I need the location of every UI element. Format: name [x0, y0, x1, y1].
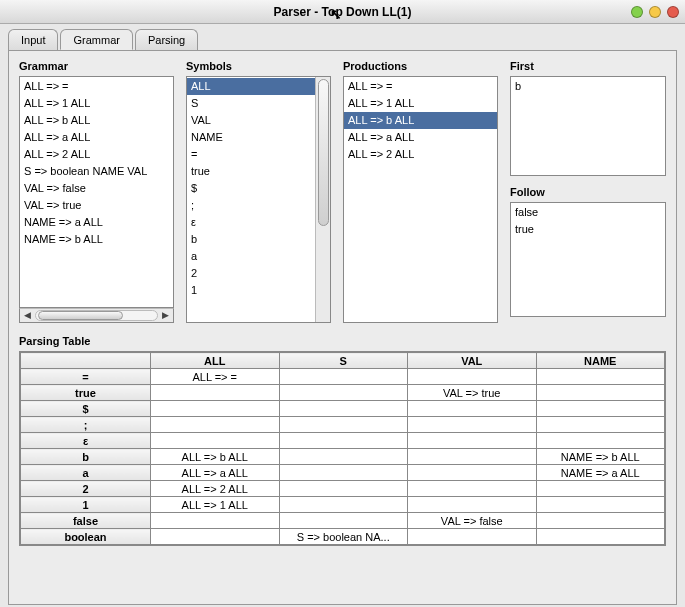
list-item[interactable]: S => boolean NAME VAL: [20, 163, 173, 180]
col-header[interactable]: ALL: [151, 353, 280, 369]
list-item[interactable]: ALL => a ALL: [20, 129, 173, 146]
table-cell[interactable]: NAME => a ALL: [536, 465, 665, 481]
table-cell[interactable]: [279, 401, 408, 417]
table-cell[interactable]: [279, 433, 408, 449]
row-header[interactable]: b: [21, 449, 151, 465]
list-item[interactable]: ALL => 2 ALL: [20, 146, 173, 163]
list-item[interactable]: ALL => =: [20, 78, 173, 95]
minimize-icon[interactable]: [631, 6, 643, 18]
list-item[interactable]: ;: [187, 197, 315, 214]
table-cell[interactable]: [408, 449, 537, 465]
table-cell[interactable]: [279, 385, 408, 401]
scroll-right-icon[interactable]: ▶: [158, 309, 173, 322]
col-header[interactable]: VAL: [408, 353, 537, 369]
table-cell[interactable]: VAL => true: [408, 385, 537, 401]
row-header[interactable]: boolean: [21, 529, 151, 545]
parsing-table[interactable]: ALLSVALNAME =ALL => =trueVAL => true$;εb…: [19, 351, 666, 546]
table-cell[interactable]: [536, 385, 665, 401]
table-cell[interactable]: [536, 481, 665, 497]
table-cell[interactable]: S => boolean NA...: [279, 529, 408, 545]
row-header[interactable]: false: [21, 513, 151, 529]
col-header[interactable]: S: [279, 353, 408, 369]
table-cell[interactable]: [279, 513, 408, 529]
table-cell[interactable]: [408, 433, 537, 449]
table-cell[interactable]: ALL => 1 ALL: [151, 497, 280, 513]
list-item[interactable]: ALL => 1 ALL: [20, 95, 173, 112]
list-item[interactable]: ALL => a ALL: [344, 129, 497, 146]
list-item[interactable]: 2: [187, 265, 315, 282]
table-cell[interactable]: [151, 513, 280, 529]
list-item[interactable]: ALL: [187, 78, 315, 95]
titlebar[interactable]: Parser - Top Down LL(1) ↖: [0, 0, 685, 24]
table-cell[interactable]: [408, 417, 537, 433]
list-item[interactable]: ε: [187, 214, 315, 231]
row-header[interactable]: ;: [21, 417, 151, 433]
table-cell[interactable]: [408, 529, 537, 545]
table-cell[interactable]: [536, 369, 665, 385]
table-cell[interactable]: [536, 513, 665, 529]
grammar-hscroll[interactable]: ◀ ▶: [19, 308, 174, 323]
list-item[interactable]: NAME => a ALL: [20, 214, 173, 231]
scroll-thumb[interactable]: [38, 311, 123, 320]
table-cell[interactable]: [151, 433, 280, 449]
table-cell[interactable]: [151, 417, 280, 433]
list-item[interactable]: false: [511, 204, 665, 221]
list-item[interactable]: b: [187, 231, 315, 248]
tab-input[interactable]: Input: [8, 29, 58, 50]
table-cell[interactable]: [536, 401, 665, 417]
scroll-track[interactable]: [35, 310, 158, 321]
table-cell[interactable]: [536, 497, 665, 513]
list-item[interactable]: true: [511, 221, 665, 238]
list-item[interactable]: 1: [187, 282, 315, 299]
list-item[interactable]: ALL => b ALL: [20, 112, 173, 129]
maximize-icon[interactable]: [649, 6, 661, 18]
table-cell[interactable]: [279, 369, 408, 385]
table-cell[interactable]: [408, 497, 537, 513]
list-item[interactable]: $: [187, 180, 315, 197]
table-cell[interactable]: [279, 465, 408, 481]
list-item[interactable]: ALL => b ALL: [344, 112, 497, 129]
list-item[interactable]: NAME => b ALL: [20, 231, 173, 248]
list-item[interactable]: ALL => 1 ALL: [344, 95, 497, 112]
list-item[interactable]: true: [187, 163, 315, 180]
table-cell[interactable]: [408, 401, 537, 417]
table-cell[interactable]: [536, 433, 665, 449]
table-cell[interactable]: [279, 417, 408, 433]
table-cell[interactable]: [279, 497, 408, 513]
list-item[interactable]: NAME: [187, 129, 315, 146]
list-item[interactable]: VAL: [187, 112, 315, 129]
table-cell[interactable]: ALL => b ALL: [151, 449, 280, 465]
row-header[interactable]: 2: [21, 481, 151, 497]
table-cell[interactable]: [408, 465, 537, 481]
grammar-list[interactable]: ALL => =ALL => 1 ALLALL => b ALLALL => a…: [19, 76, 174, 308]
table-cell[interactable]: ALL => a ALL: [151, 465, 280, 481]
list-item[interactable]: b: [511, 78, 665, 95]
table-cell[interactable]: [408, 369, 537, 385]
list-item[interactable]: VAL => false: [20, 180, 173, 197]
table-cell[interactable]: [151, 529, 280, 545]
list-item[interactable]: VAL => true: [20, 197, 173, 214]
table-cell[interactable]: NAME => b ALL: [536, 449, 665, 465]
row-header[interactable]: 1: [21, 497, 151, 513]
table-cell[interactable]: ALL => =: [151, 369, 280, 385]
scroll-left-icon[interactable]: ◀: [20, 309, 35, 322]
list-item[interactable]: a: [187, 248, 315, 265]
first-list[interactable]: b: [510, 76, 666, 176]
table-cell[interactable]: [279, 449, 408, 465]
table-cell[interactable]: [408, 481, 537, 497]
row-header[interactable]: a: [21, 465, 151, 481]
tab-grammar[interactable]: Grammar: [60, 29, 132, 50]
table-cell[interactable]: [279, 481, 408, 497]
row-header[interactable]: true: [21, 385, 151, 401]
productions-list[interactable]: ALL => =ALL => 1 ALLALL => b ALLALL => a…: [343, 76, 498, 323]
tab-parsing[interactable]: Parsing: [135, 29, 198, 50]
table-cell[interactable]: ALL => 2 ALL: [151, 481, 280, 497]
row-header[interactable]: $: [21, 401, 151, 417]
table-cell[interactable]: [151, 385, 280, 401]
row-header[interactable]: =: [21, 369, 151, 385]
table-cell[interactable]: VAL => false: [408, 513, 537, 529]
close-icon[interactable]: [667, 6, 679, 18]
list-item[interactable]: ALL => =: [344, 78, 497, 95]
follow-list[interactable]: falsetrue: [510, 202, 666, 317]
list-item[interactable]: ALL => 2 ALL: [344, 146, 497, 163]
